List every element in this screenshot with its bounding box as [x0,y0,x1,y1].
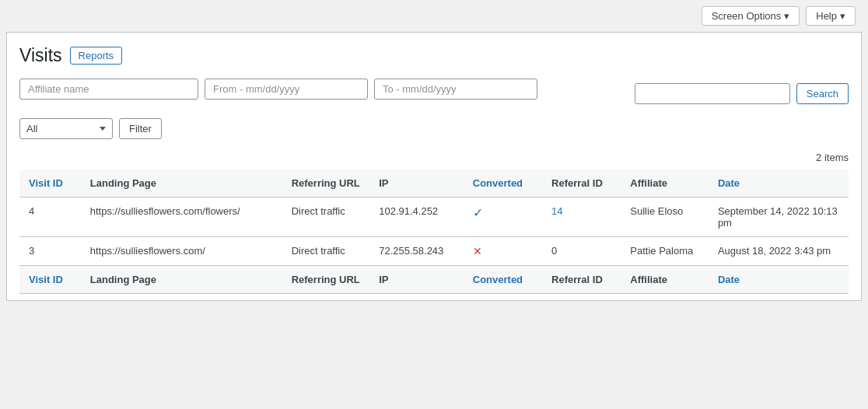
table-header: Visit ID Landing Page Referring URL IP C… [19,170,849,198]
footer-cell-visit-id: Visit ID [19,266,81,294]
filter-button[interactable]: Filter [119,118,162,139]
from-date-input[interactable] [205,79,368,100]
filter-row-2: All Converted Not Converted Filter [19,118,849,139]
cell-visit-id-2: 3 [19,237,81,266]
cell-ip-1: 102.91.4.252 [369,198,464,237]
visit-id-sort-link[interactable]: Visit ID [29,177,63,189]
search-button[interactable]: Search [796,83,849,104]
col-header-referral-id: Referral ID [542,170,621,198]
table-footer: Visit ID Landing Page Referring URL IP C… [19,266,849,294]
col-header-affiliate: Affiliate [621,170,709,198]
cell-landing-1: https://sulliesflowers.com/flowers/ [81,198,282,237]
screen-options-button[interactable]: Screen Options ▾ [702,6,800,26]
affiliate-name-input[interactable] [19,79,198,100]
cell-referring-2: Direct traffic [282,237,370,266]
cell-referring-1: Direct traffic [282,198,370,237]
search-input[interactable] [635,83,790,104]
col-header-visit-id: Visit ID [19,170,81,198]
search-input-wrap: Search [635,83,849,104]
help-chevron-icon: ▾ [840,10,845,22]
screen-options-chevron-icon: ▾ [784,10,789,22]
table-footer-row: Visit ID Landing Page Referring URL IP C… [19,266,849,294]
cell-referral-1: 14 [542,198,621,237]
cell-visit-id-1: 4 [19,198,81,237]
cell-affiliate-1: Sullie Eloso [621,198,709,237]
cell-converted-1: ✓ [464,198,542,237]
reports-button[interactable]: Reports [70,47,123,65]
footer-cell-converted: Converted [464,266,542,294]
footer-date-link[interactable]: Date [718,274,740,285]
date-sort-link[interactable]: Date [718,177,740,189]
footer-cell-referring: Referring URL [282,266,370,294]
screen-options-label: Screen Options [712,10,782,22]
page-title: Visits [19,45,62,66]
top-bar: Screen Options ▾ Help ▾ [0,0,868,32]
filter-row-1: Search [19,79,849,109]
table-row: 4 https://sulliesflowers.com/flowers/ Di… [19,198,849,237]
items-count: 2 items [19,152,849,163]
check-icon: ✓ [473,206,483,219]
cell-referral-2: 0 [542,237,621,266]
page-wrapper: Screen Options ▾ Help ▾ Visits Reports S… [0,0,868,409]
footer-cell-affiliate: Affiliate [621,266,709,294]
content-area: Visits Reports Search All Converted Not … [6,32,862,301]
col-header-converted: Converted [464,170,542,198]
converted-sort-link[interactable]: Converted [473,177,523,189]
footer-visit-id-link[interactable]: Visit ID [29,274,63,285]
page-heading-area: Visits Reports [19,45,849,66]
table-body: 4 https://sulliesflowers.com/flowers/ Di… [19,198,849,266]
cell-affiliate-2: Pattie Paloma [621,237,709,266]
footer-cell-referral: Referral ID [542,266,621,294]
cell-date-2: August 18, 2022 3:43 pm [709,237,849,266]
to-date-input[interactable] [374,79,537,100]
footer-cell-landing: Landing Page [81,266,282,294]
cell-ip-2: 72.255.58.243 [369,237,464,266]
col-header-landing-page: Landing Page [81,170,282,198]
col-header-referring-url: Referring URL [282,170,370,198]
footer-cell-date: Date [709,266,849,294]
col-header-ip: IP [369,170,464,198]
table-header-row: Visit ID Landing Page Referring URL IP C… [19,170,849,198]
cell-landing-2: https://sulliesflowers.com/ [81,237,282,266]
table-row: 3 https://sulliesflowers.com/ Direct tra… [19,237,849,266]
referral-id-link-1[interactable]: 14 [551,205,562,217]
footer-cell-ip: IP [369,266,464,294]
col-header-date: Date [709,170,849,198]
all-select[interactable]: All Converted Not Converted [19,118,113,139]
cell-date-1: September 14, 2022 10:13 pm [709,198,849,237]
footer-converted-link[interactable]: Converted [473,274,523,285]
help-label: Help [816,10,837,22]
help-button[interactable]: Help ▾ [806,6,856,26]
cross-icon: ✕ [473,245,482,257]
cell-converted-2: ✕ [464,237,542,266]
visits-table: Visit ID Landing Page Referring URL IP C… [19,170,849,294]
